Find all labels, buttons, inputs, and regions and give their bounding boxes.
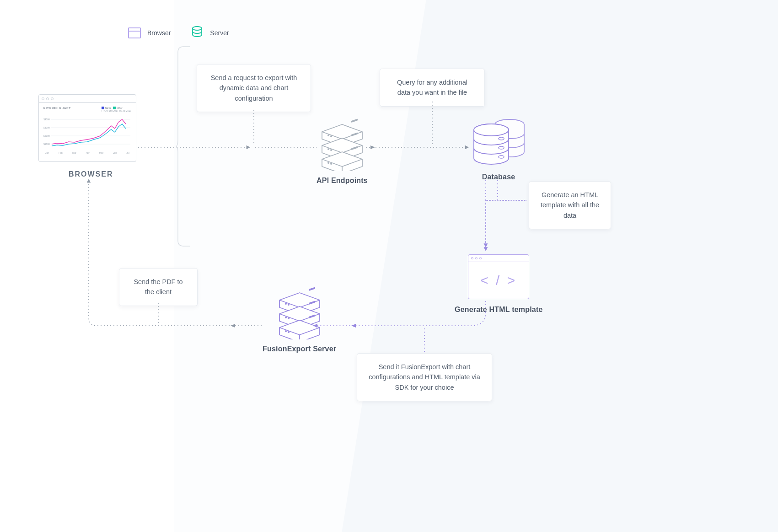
database-icon [469,115,528,168]
mini-chart-xaxis: JanFebMarAprMayJunJul [43,151,131,154]
mini-chart-daterange: FROM Jan 2017 TO Jul 2017 [102,109,131,112]
svg-point-30 [285,330,287,332]
svg-text:$3000: $3000 [43,126,50,129]
svg-point-23 [499,156,504,158]
mini-chart-title: BITCOIN CHART [43,107,71,109]
browser-mini-chart: BITCOIN CHART Name Other FROM Jan 2017 T… [39,103,136,161]
callout-send-pdf: Send the PDF to the client [119,268,198,306]
html-template-icon: < / > [468,254,529,299]
svg-marker-42 [351,324,356,328]
html-code-glyph: < / > [468,262,529,299]
fusion-server-node: FusionExport Server [263,285,336,353]
svg-point-9 [327,134,329,136]
legend: Browser Server [128,26,229,40]
svg-point-22 [499,146,504,149]
section-divider [176,46,191,247]
fusion-label: FusionExport Server [263,345,336,353]
api-node: API Endpoints [317,116,368,185]
server-rack-icon [317,116,367,171]
svg-point-28 [288,317,290,319]
fusion-server-icon [275,285,324,339]
svg-point-20 [474,124,509,136]
database-node: Database [469,115,528,181]
svg-text:$2000: $2000 [43,134,50,137]
svg-marker-37 [370,145,375,149]
browser-label: BROWSER [69,170,113,178]
server-icon [191,26,204,40]
svg-point-25 [288,304,290,306]
legend-browser-label: Browser [147,29,171,37]
svg-point-0 [193,27,202,30]
svg-point-13 [330,149,332,151]
svg-rect-26 [309,287,315,291]
legend-server-label: Server [210,29,229,37]
svg-point-24 [285,303,287,305]
browser-node: BITCOIN CHART Name Other FROM Jan 2017 T… [38,94,136,162]
browser-icon [128,27,141,38]
svg-point-27 [285,317,287,318]
svg-rect-11 [351,118,358,123]
browser-titlebar [39,95,136,103]
database-label: Database [482,173,515,181]
svg-marker-44 [231,324,235,328]
svg-point-21 [499,137,504,140]
svg-text:$4000: $4000 [43,118,50,121]
svg-point-15 [327,162,329,164]
callout-generate-html: Generate an HTML template with all the d… [529,181,611,229]
svg-point-16 [330,163,332,165]
legend-item-browser: Browser [128,27,171,38]
svg-point-31 [288,331,290,333]
callout-query-additional: Query for any additional data you want i… [380,69,485,107]
svg-point-12 [327,148,329,150]
svg-text:$1000: $1000 [43,143,50,145]
legend-item-server: Server [191,26,229,40]
callout-send-fusion: Send it FusionExport with chart configur… [357,353,492,401]
callout-send-request: Send a request to export with dynamic da… [197,64,311,112]
api-label: API Endpoints [317,177,368,185]
svg-point-10 [330,135,332,137]
html-label: Generate HTML template [455,306,543,314]
html-template-node: < / > Generate HTML template [455,254,543,314]
